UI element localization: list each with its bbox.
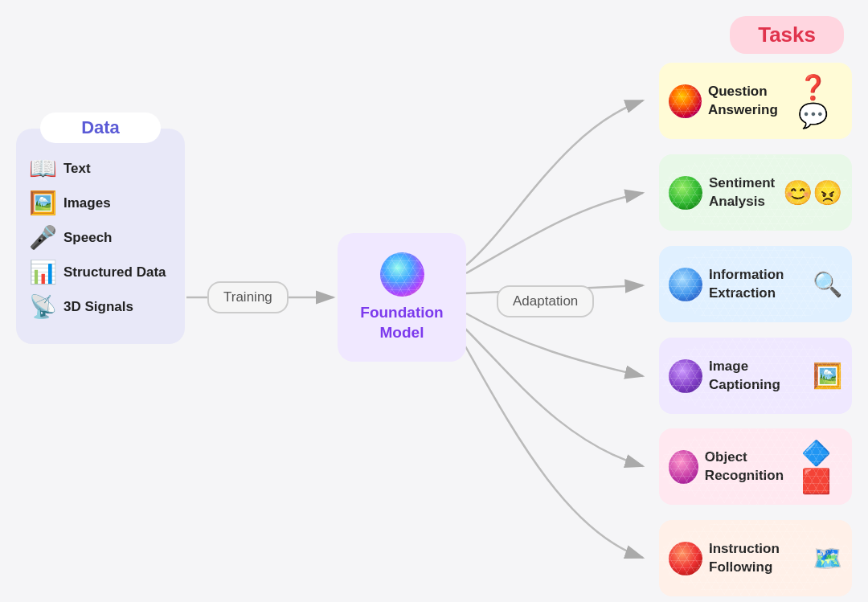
- data-item-text: 📖 Text: [28, 155, 173, 182]
- sa-globe: [669, 176, 702, 210]
- or-globe: [669, 450, 698, 484]
- if-globe: [669, 542, 702, 575]
- training-label: Training: [223, 289, 272, 305]
- qa-icon: ❓💬: [784, 73, 842, 129]
- tasks-title-box: Tasks: [730, 16, 844, 54]
- tasks-title: Tasks: [758, 23, 816, 47]
- task-if-box: InstructionFollowing 🗺️: [659, 520, 852, 596]
- data-images-label: Images: [63, 195, 111, 211]
- images-icon: 🖼️: [28, 190, 57, 216]
- task-qa-box: QuestionAnswering ❓💬: [659, 63, 852, 139]
- qa-globe: [669, 84, 702, 118]
- training-box: Training: [207, 281, 289, 313]
- data-structured-label: Structured Data: [63, 264, 166, 281]
- ie-globe: [669, 268, 702, 301]
- structured-icon: 📊: [28, 259, 57, 285]
- adaptation-box: Adaptation: [497, 285, 594, 317]
- task-or-box: ObjectRecognition 🔷🟥: [659, 428, 852, 505]
- data-section: Data 📖 Text 🖼️ Images 🎤 Speech 📊 Structu…: [16, 129, 185, 344]
- data-item-images: 🖼️ Images: [28, 190, 173, 216]
- foundation-model-box: FoundationModel: [338, 233, 466, 362]
- data-3d-label: 3D Signals: [63, 299, 133, 315]
- task-ie-box: InformationExtraction 🔍: [659, 246, 852, 322]
- data-item-structured: 📊 Structured Data: [28, 259, 173, 285]
- data-title-box: Data: [40, 113, 161, 143]
- task-ic-box: ImageCaptioning 🖼️: [659, 338, 852, 414]
- ic-globe: [669, 359, 702, 393]
- data-item-3d: 📡 3D Signals: [28, 293, 173, 320]
- qa-label: QuestionAnswering: [708, 83, 778, 118]
- data-text-label: Text: [63, 161, 91, 177]
- speech-icon: 🎤: [28, 224, 57, 251]
- text-icon: 📖: [28, 155, 57, 182]
- data-title: Data: [81, 117, 120, 137]
- foundation-title: FoundationModel: [360, 303, 443, 342]
- task-sa-box: SentimentAnalysis 😊😠: [659, 154, 852, 231]
- 3d-icon: 📡: [28, 293, 57, 320]
- data-speech-label: Speech: [63, 230, 112, 246]
- foundation-globe: [380, 252, 424, 297]
- data-item-speech: 🎤 Speech: [28, 224, 173, 251]
- adaptation-label: Adaptation: [513, 293, 578, 309]
